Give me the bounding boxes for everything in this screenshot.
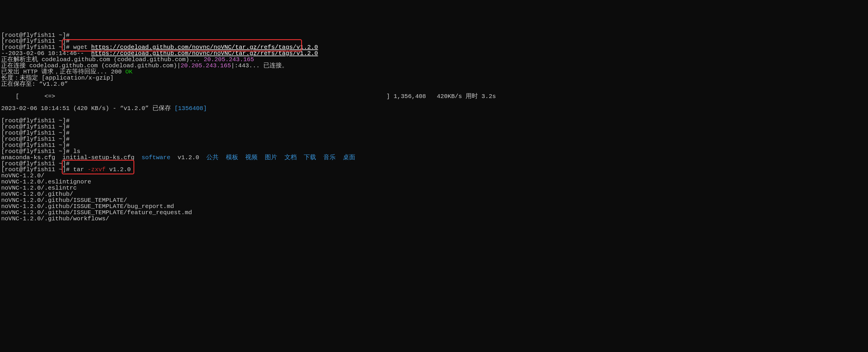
ls-dir: 模板 bbox=[226, 154, 238, 161]
saving-line: 正在保存至: “v1.2.0” bbox=[1, 81, 68, 88]
ls-dir: 文档 bbox=[284, 154, 297, 161]
prompt: [root@flyfish11 ~]# bbox=[1, 124, 70, 130]
connect-ip: 20.205.243.165 bbox=[181, 62, 231, 69]
ls-dir: software bbox=[142, 154, 170, 161]
length-line: 长度：未指定 [application/x-gzip] bbox=[1, 75, 114, 81]
prompt: [root@flyfish11 ~]# bbox=[1, 160, 70, 167]
ls-dir: 公共 bbox=[206, 154, 219, 161]
http-ok: OK bbox=[125, 68, 132, 75]
prompt: [root@flyfish11 ~]# bbox=[1, 44, 70, 51]
ls-dir: 下载 bbox=[304, 154, 316, 161]
prompt: [root@flyfish11 ~]# bbox=[1, 130, 70, 136]
tar-output: noVNC-1.2.0/.github/workflows/ bbox=[1, 215, 109, 222]
http-request: 已发出 HTTP 请求，正在等待回应... 200 bbox=[1, 68, 125, 75]
resolve-text: 正在解析主机 codeload.github.com (codeload.git… bbox=[1, 56, 204, 63]
prompt: [root@flyfish11 ~]# bbox=[1, 148, 70, 155]
prompt: [root@flyfish11 ~]# bbox=[1, 136, 70, 142]
ls-file: v1.2.0 bbox=[178, 154, 199, 161]
done-bytes: [1356408] bbox=[175, 105, 207, 112]
progress-marker: <=> bbox=[44, 93, 55, 100]
prompt: [root@flyfish11 ~]# bbox=[1, 32, 70, 39]
cmd-tar: tar bbox=[73, 166, 88, 173]
ls-file: anaconda-ks.cfg bbox=[1, 154, 55, 161]
tar-output: noVNC-1.2.0/.eslintrc bbox=[1, 185, 77, 191]
tar-output: noVNC-1.2.0/.github/ISSUE_TEMPLATE/bug_r… bbox=[1, 203, 174, 210]
ls-dir: 桌面 bbox=[343, 154, 355, 161]
tar-output: noVNC-1.2.0/.github/ISSUE_TEMPLATE/ bbox=[1, 197, 127, 204]
progress-stats: ] 1,356,408 420KB/s 用时 3.2s bbox=[386, 93, 496, 100]
wget-ts: --2023-02-06 10:14:46-- bbox=[1, 50, 91, 57]
tar-output: noVNC-1.2.0/.eslintignore bbox=[1, 179, 91, 185]
wget-url[interactable]: https://codeload.github.com/novnc/noVNC/… bbox=[91, 44, 318, 51]
prompt: [root@flyfish11 ~]# bbox=[1, 142, 70, 149]
wget-url2[interactable]: https://codeload.github.com/novnc/noVNC/… bbox=[91, 50, 318, 57]
terminal-viewport[interactable]: [root@flyfish11 ~]# [root@flyfish11 ~]# … bbox=[1, 26, 867, 234]
tar-output: noVNC-1.2.0/.github/ISSUE_TEMPLATE/featu… bbox=[1, 209, 192, 216]
progress-left: [ bbox=[1, 93, 44, 100]
tar-arg: v1.2.0 bbox=[106, 166, 131, 173]
cmd-wget: wget bbox=[73, 44, 88, 51]
resolved-ip: 20.205.243.165 bbox=[204, 56, 254, 63]
tar-opt: -zxvf bbox=[88, 166, 106, 173]
tar-output: noVNC-1.2.0/ bbox=[1, 172, 44, 179]
cmd-ls: ls bbox=[73, 148, 81, 155]
prompt: [root@flyfish11 ~]# bbox=[1, 166, 70, 173]
ls-file: initial-setup-ks.cfg bbox=[62, 154, 134, 161]
ls-dir: 视频 bbox=[245, 154, 257, 161]
done-line: 2023-02-06 10:14:51 (420 KB/s) - “v1.2.0… bbox=[1, 105, 175, 112]
ls-dir: 图片 bbox=[265, 154, 277, 161]
ls-dir: 音乐 bbox=[323, 154, 336, 161]
progress-pad bbox=[55, 93, 386, 100]
connect-suffix: |:443... 已连接。 bbox=[231, 62, 288, 69]
prompt: [root@flyfish11 ~]# bbox=[1, 38, 70, 44]
tar-output: noVNC-1.2.0/.github/ bbox=[1, 191, 73, 197]
prompt: [root@flyfish11 ~]# bbox=[1, 117, 70, 124]
connect-text: 正在连接 codeload.github.com (codeload.githu… bbox=[1, 62, 181, 69]
